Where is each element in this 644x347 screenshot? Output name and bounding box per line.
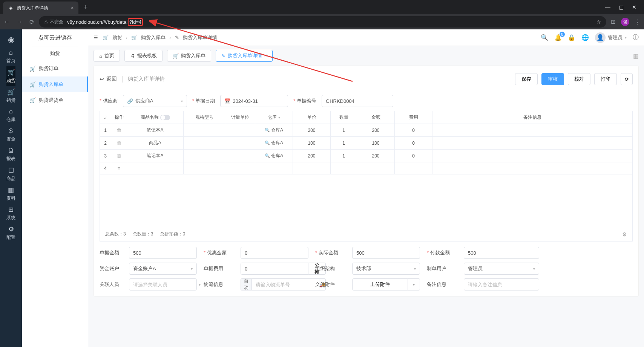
date-input[interactable]: 📅 2024-03-31 — [220, 95, 288, 107]
upload-attachment[interactable]: 上传附件 ▾ — [352, 278, 420, 290]
tab-grid-icon[interactable]: ▦ — [633, 52, 639, 60]
col-warehouse[interactable]: 仓库 ▾ — [255, 111, 293, 124]
cell-spec[interactable] — [184, 162, 225, 174]
cell-spec[interactable] — [184, 150, 225, 162]
pay-input[interactable] — [464, 247, 539, 259]
cell-amount[interactable]: 200 — [357, 124, 395, 137]
cell-fee[interactable]: 0 — [395, 150, 432, 162]
rail-item-6[interactable]: ☐商品 — [6, 164, 15, 184]
cell-remark[interactable] — [432, 150, 633, 162]
docno-input[interactable] — [322, 95, 393, 107]
upload-button[interactable]: 上传附件 — [352, 278, 408, 290]
cell-fee[interactable]: 0 — [395, 124, 432, 137]
tab-3[interactable]: ✎购货入库单详情× — [216, 50, 273, 62]
cell-name[interactable]: 笔记本A — [127, 150, 184, 162]
cell-price[interactable]: 200 — [293, 150, 331, 162]
cell-spec[interactable] — [184, 124, 225, 137]
lock-icon[interactable]: 🔒 — [568, 34, 575, 41]
warehouse-cell[interactable]: 🔍仓库A — [265, 153, 283, 158]
trash-icon[interactable]: 🗑 — [117, 140, 121, 146]
search-icon[interactable]: 🔍 — [541, 34, 548, 41]
cell-unit[interactable] — [225, 124, 255, 137]
save-button[interactable]: 保存 — [515, 73, 538, 85]
menu-icon[interactable]: ⋮ — [635, 18, 640, 25]
rail-item-3[interactable]: ⌂仓库 — [6, 105, 15, 125]
close-window-icon[interactable]: ✕ — [632, 4, 636, 10]
side-item-0[interactable]: 🛒购货订单 — [22, 61, 88, 76]
reload-icon[interactable]: ⟳ — [29, 18, 34, 26]
rail-item-1[interactable]: 🛒购货 — [6, 66, 15, 86]
account-select[interactable]: 资金账户A▾ — [129, 263, 197, 275]
gear-icon[interactable]: ⚙ — [622, 231, 627, 237]
address-bar[interactable]: ⚠ 不安全 v8y.nodcloud.cn/#/buy/detail?id=4 … — [39, 16, 606, 28]
cell-unit[interactable] — [225, 150, 255, 162]
cell-amount[interactable]: 100 — [357, 137, 395, 150]
side-item-1[interactable]: 🛒购货入库单 — [22, 76, 88, 92]
cell-name[interactable] — [127, 162, 184, 174]
rail-item-4[interactable]: $资金 — [6, 125, 15, 145]
new-tab-button[interactable]: + — [78, 3, 93, 11]
app-logo-icon[interactable]: ◉ — [8, 32, 14, 47]
crumb-level2[interactable]: 购货入库单 — [141, 34, 166, 41]
cell-qty[interactable]: 1 — [331, 137, 357, 150]
user-menu[interactable]: 👤 管理员 ▾ — [595, 32, 627, 43]
forward-icon[interactable]: → — [17, 18, 23, 26]
cell-price[interactable]: 200 — [293, 124, 331, 137]
extensions-icon[interactable]: ⊞ — [611, 18, 616, 25]
maker-select[interactable]: 管理员▾ — [464, 263, 539, 275]
tab-0[interactable]: ⌂首页 — [94, 50, 120, 62]
supplier-select[interactable]: 🔗 供应商A ▾ — [123, 95, 187, 107]
globe-icon[interactable]: 🌐 — [581, 34, 589, 41]
cell-remark[interactable] — [432, 162, 633, 174]
rail-item-8[interactable]: ⊞系统 — [6, 203, 15, 223]
notifications-button[interactable]: 🔔0 — [554, 34, 562, 41]
upload-dropdown[interactable]: ▾ — [408, 278, 420, 290]
maximize-icon[interactable]: ▢ — [619, 4, 624, 10]
crumb-level1[interactable]: 购货 — [112, 34, 122, 41]
trash-icon[interactable]: 🗑 — [117, 153, 121, 159]
cell-fee[interactable] — [395, 162, 432, 174]
close-icon[interactable]: × — [264, 53, 267, 58]
rail-item-7[interactable]: ▥资料 — [6, 184, 15, 203]
cell-qty[interactable]: 1 — [331, 124, 357, 137]
tab-1[interactable]: 🖨报表模板 — [124, 50, 163, 62]
cell-spec[interactable] — [184, 137, 225, 150]
minimize-icon[interactable]: — — [605, 4, 610, 10]
back-icon[interactable]: ← — [4, 18, 10, 26]
rail-item-9[interactable]: ⚙配置 — [6, 223, 15, 243]
info-icon[interactable]: ⓘ — [633, 34, 639, 41]
fee-input[interactable]: ✎ — [241, 263, 308, 275]
warehouse-cell[interactable]: 🔍仓库A — [265, 140, 283, 145]
cell-price[interactable] — [293, 162, 331, 174]
cell-remark[interactable] — [432, 137, 633, 150]
cell-price[interactable]: 100 — [293, 137, 331, 150]
rail-item-5[interactable]: 🗎报表 — [6, 145, 15, 164]
rail-item-0[interactable]: ⌂首页 — [6, 47, 15, 66]
cell-name[interactable]: 商品A — [127, 137, 184, 150]
cell-fee[interactable]: 0 — [395, 137, 432, 150]
cell-unit[interactable] — [225, 162, 255, 174]
side-item-2[interactable]: 🛒购货退货单 — [22, 92, 88, 108]
cell-amount[interactable] — [357, 162, 395, 174]
warehouse-cell[interactable]: 🔍仓库A — [265, 127, 283, 133]
audit-button[interactable]: 审核 — [541, 73, 564, 85]
rail-item-2[interactable]: 🛒销货 — [6, 86, 15, 105]
drag-icon[interactable]: ≡ — [118, 165, 121, 171]
close-icon[interactable]: × — [71, 5, 74, 11]
remark-input[interactable] — [464, 278, 539, 290]
cell-unit[interactable] — [225, 137, 255, 150]
cell-name[interactable]: 笔记本A — [127, 124, 184, 137]
trash-icon[interactable]: 🗑 — [117, 127, 121, 133]
cell-amount[interactable]: 200 — [357, 150, 395, 162]
cell-qty[interactable] — [331, 162, 357, 174]
amount-input[interactable] — [129, 247, 197, 259]
refresh-button[interactable]: ⟳ — [621, 73, 633, 85]
actual-input[interactable] — [352, 247, 420, 259]
back-button[interactable]: ↩ 返回 — [100, 76, 117, 83]
check-button[interactable]: 核对 — [568, 73, 590, 85]
related-select[interactable]: ▾ — [129, 278, 197, 290]
org-select[interactable]: 技术部▾ — [352, 263, 420, 275]
cell-remark[interactable] — [432, 124, 633, 137]
profile-avatar[interactable]: 侯 — [621, 18, 629, 26]
name-toggle[interactable] — [160, 115, 170, 120]
